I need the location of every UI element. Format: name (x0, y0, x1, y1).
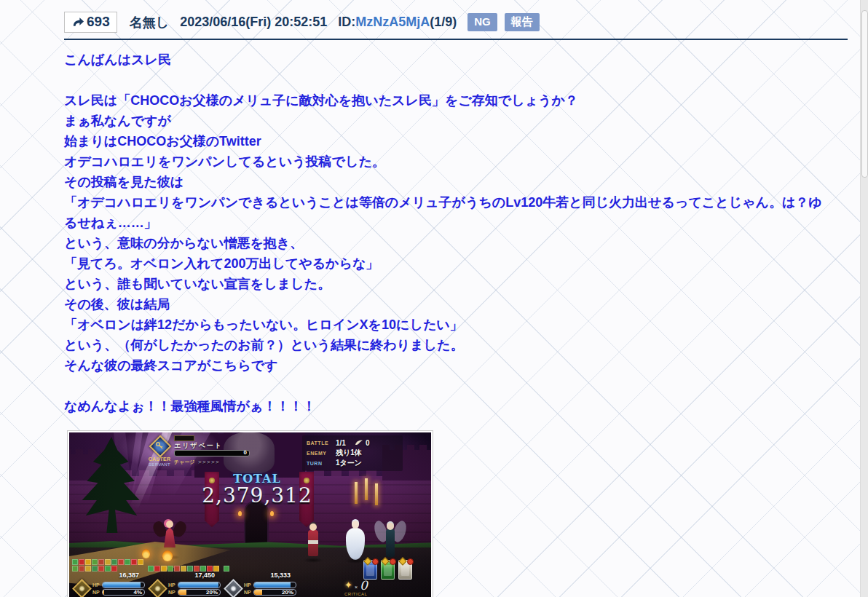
servant-hp-value: 16,387 (72, 572, 145, 579)
fgo-battle-screenshot: CASTER SERVANT エリザベート 0 チャージ ＞＞＞＞＞ (69, 432, 431, 597)
hp-label: HP (92, 582, 101, 588)
post-body-line: 「見てろ。オベロン入れて200万出してやるからな」 (64, 253, 848, 274)
poster-name: 名無し (130, 14, 169, 31)
buff-icon (72, 566, 78, 572)
buff-icon (138, 559, 143, 565)
turn-label: TURN (307, 461, 336, 466)
post-body-line: という、誰も聞いていない宣言をしました。 (64, 274, 848, 294)
servant-status-ushiwakamaru: 16,387 HP NP 4% RIDER (72, 558, 145, 597)
np-label: NP (244, 590, 253, 595)
post-id-link[interactable]: MzNzA5MjA (355, 15, 430, 29)
enemy-name: エリザベート (174, 442, 250, 449)
extra-card-icon (398, 560, 412, 580)
reply-arrow-icon (71, 17, 84, 28)
enemy-remaining: 残り1体 (336, 448, 362, 458)
sprite-ushiwakamaru (304, 523, 323, 561)
post-id: ID:MzNzA5MjA(1/9) (338, 15, 457, 30)
servant-status-skadi: 17,450 HP NP 20% RULE (148, 558, 221, 597)
buff-icon (79, 559, 84, 565)
post-body-line: なめんなよぉ！！最強種風情がぁ！！！！ (64, 396, 848, 416)
np-bar: 20% (253, 589, 296, 596)
post-body-line: るせねぇ……」 (64, 213, 848, 233)
buff-icon (161, 566, 167, 572)
buff-row (72, 558, 145, 572)
buff-icon (111, 559, 117, 565)
buff-icon (167, 566, 173, 572)
page-scrollbar[interactable] (860, 0, 868, 597)
buff-icon (92, 559, 98, 565)
buff-icon (92, 566, 98, 572)
battle-value: 1/1 (336, 439, 346, 447)
class-icon-ruler (148, 579, 167, 597)
class-icon-pretender (224, 579, 242, 597)
np-label: NP (92, 590, 101, 595)
critical-label: CRITICAL (344, 592, 368, 597)
np-bar: 20% (178, 589, 221, 596)
np-percent: 4% (133, 589, 142, 596)
buff-icon (105, 566, 111, 572)
post-datetime: 2023/06/16(Fri) 20:52:51 (180, 15, 327, 30)
hp-bar (102, 582, 145, 588)
post-body-line (64, 376, 848, 396)
buff-icon (85, 566, 91, 572)
np-percent: 20% (206, 589, 218, 596)
buff-icon (98, 566, 104, 572)
scrollbar-thumb[interactable] (861, 10, 868, 178)
lit-window (355, 482, 358, 504)
quick-card-icon (381, 560, 395, 580)
post-body-line: その後、彼は結局 (64, 294, 848, 315)
star-icon: ✦ (344, 580, 352, 590)
buff-icon (111, 566, 117, 572)
buff-icon (85, 559, 91, 565)
post-header: 693 名無し 2023/06/16(Fri) 20:52:51 ID:MzNz… (64, 12, 848, 40)
total-value: 2,379,312 (190, 485, 324, 507)
buff-icon (207, 566, 213, 572)
charge-arrows: ＞＞＞＞＞ (197, 458, 219, 466)
hp-bar (253, 582, 296, 588)
sprite-oberon (378, 521, 403, 563)
buff-icon (174, 566, 180, 572)
attached-screenshot-thumbnail[interactable]: CASTER SERVANT エリザベート 0 チャージ ＞＞＞＞＞ (67, 430, 433, 597)
buff-row (224, 558, 296, 572)
post-body-line: 「オベロンは絆12だからもったいない。ヒロインXを10にしたい」 (64, 315, 848, 335)
class-icon-rider (72, 579, 91, 597)
torch-light (270, 511, 274, 516)
np-percent: 20% (282, 589, 293, 596)
report-button[interactable]: 報告 (505, 13, 540, 32)
sprite-skadi (344, 519, 366, 561)
enemy-class-icon-caster (149, 435, 170, 456)
enemy-hp-bar: 0 (174, 450, 250, 456)
ng-button[interactable]: NG (467, 13, 497, 32)
enemy-hp-value: 0 (244, 450, 247, 456)
buff-icon (79, 566, 84, 572)
hp-label: HP (244, 582, 253, 588)
castle-gate (244, 501, 269, 547)
total-damage: TOTAL 2,379,312 (190, 473, 324, 507)
buff-icon (194, 566, 200, 572)
post-body-line: という、（何がしたかったのお前？）という結果に終わりました。 (64, 335, 848, 355)
buff-icon (131, 559, 137, 565)
buff-icon (200, 566, 206, 572)
hp-bar (178, 582, 221, 588)
post-id-count: (1/9) (430, 15, 457, 29)
lit-window (375, 483, 378, 505)
np-bar: 4% (102, 589, 145, 596)
post-body-line: その投稿を見た彼は (64, 172, 848, 192)
buff-icon (154, 566, 160, 572)
post-body-line: 始まりはCHOCOお父様のTwitter (64, 131, 848, 151)
bbs-post: 693 名無し 2023/06/16(Fri) 20:52:51 ID:MzNz… (64, 12, 848, 597)
lit-window (365, 478, 368, 500)
times-glyph: × (355, 585, 358, 590)
buff-icon (118, 559, 124, 565)
charge-label: チャージ (174, 459, 195, 466)
bird-icon (355, 439, 363, 446)
post-body-line: まぁ私なんですが (64, 111, 848, 131)
critical-star-counter: ✦ × 0 CRITICAL (344, 580, 368, 597)
buff-icon (224, 566, 229, 572)
post-number[interactable]: 693 (64, 12, 117, 33)
buff-icon (125, 559, 130, 565)
np-label: NP (168, 590, 177, 595)
torch-light (238, 511, 242, 516)
turn-value: 1ターン (336, 458, 362, 468)
key-icon (155, 441, 164, 450)
